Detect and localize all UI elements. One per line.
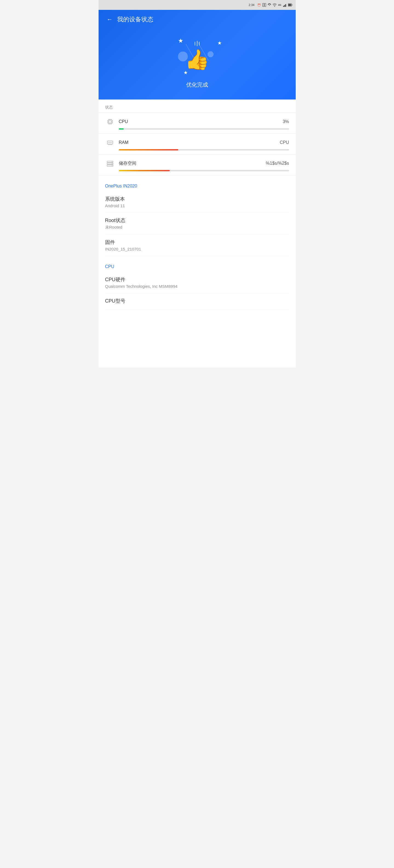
svg-rect-1 xyxy=(264,3,266,7)
status-section-label: 状态 xyxy=(99,99,296,113)
storage-progress-fill xyxy=(119,170,170,171)
cpu-progress-fill xyxy=(119,128,124,130)
storage-value: %1$s/%2$s xyxy=(266,161,289,166)
ram-value: CPU xyxy=(280,140,289,145)
storage-icon-box xyxy=(105,158,115,168)
signal-bars-icon xyxy=(283,3,287,7)
cpu-icon-box xyxy=(105,117,115,127)
thumbs-up-icon: 👍 xyxy=(185,48,209,71)
cpu-hardware-value: Qualcomm Technologies, Inc MSM8994 xyxy=(105,284,289,288)
firmware-value: IN2020_15_210701 xyxy=(105,247,289,251)
cpu-model-label: CPU型号 xyxy=(105,298,289,304)
svg-rect-9 xyxy=(288,4,291,6)
spark-line-2 xyxy=(197,41,197,46)
cpu-icon xyxy=(106,118,114,126)
ram-icon-box xyxy=(105,137,115,148)
root-status-group: Root状态 未Rooted xyxy=(105,213,289,235)
root-status-label: Root状态 xyxy=(105,217,289,224)
hero-content: 👍 ★ ★ ★ 优化完成 xyxy=(107,29,288,91)
storage-label: 储存空间 xyxy=(119,161,136,166)
status-items-list: CPU 3% xyxy=(99,113,296,176)
hero-section: ← 我的设备状态 👍 ★ ★ ★ 优化完成 xyxy=(99,10,296,99)
firmware-label: 固件 xyxy=(105,239,289,246)
nfc-icon xyxy=(267,3,272,7)
back-button[interactable]: ← xyxy=(107,16,113,23)
spark-line-3 xyxy=(199,42,200,45)
svg-rect-10 xyxy=(292,4,292,5)
hero-nav: ← 我的设备状态 xyxy=(107,16,288,24)
system-version-label: 系统版本 xyxy=(105,196,289,202)
svg-rect-11 xyxy=(108,120,112,124)
svg-point-41 xyxy=(112,165,112,166)
status-bar: 2:34 ⏰ 4G xyxy=(99,0,296,10)
status-time: 2:34 xyxy=(249,3,254,7)
svg-rect-12 xyxy=(109,121,111,123)
svg-point-39 xyxy=(112,162,112,162)
battery-icon xyxy=(288,3,292,7)
cpu-item-header: CPU 3% xyxy=(105,117,289,127)
svg-rect-7 xyxy=(286,3,287,7)
cpu-label: CPU xyxy=(119,119,128,124)
storage-item-header: 储存空间 %1$s/%2$s xyxy=(105,158,289,168)
device-brand[interactable]: OnePlus IN2020 xyxy=(105,178,289,191)
ram-icon xyxy=(106,139,114,146)
cpu-progress-wrap xyxy=(119,128,289,130)
star-icon-1: ★ xyxy=(178,37,184,44)
star-icon-2: ★ xyxy=(218,40,222,46)
svg-point-40 xyxy=(112,164,112,164)
svg-rect-6 xyxy=(285,4,286,7)
page-title: 我的设备状态 xyxy=(117,16,153,24)
root-status-value: 未Rooted xyxy=(105,225,289,230)
system-version-value: Android 11 xyxy=(105,204,289,208)
svg-point-2 xyxy=(269,5,269,6)
hero-subtitle: 优化完成 xyxy=(186,81,208,89)
cpu-info-section: CPU CPU硬件 Qualcomm Technologies, Inc MSM… xyxy=(99,259,296,310)
hero-illustration: 👍 ★ ★ ★ xyxy=(170,34,225,79)
device-info-section: OnePlus IN2020 系统版本 Android 11 Root状态 未R… xyxy=(99,178,296,256)
ram-status-item: RAM CPU xyxy=(99,134,296,155)
firmware-group: 固件 IN2020_15_210701 xyxy=(105,235,289,256)
system-version-group: 系统版本 Android 11 xyxy=(105,191,289,213)
ram-progress-wrap xyxy=(119,149,289,151)
signal-4g-icon: 4G xyxy=(277,3,282,7)
svg-rect-4 xyxy=(283,6,284,7)
storage-icon xyxy=(106,159,114,167)
ram-item-header: RAM CPU xyxy=(105,137,289,148)
cpu-hardware-group: CPU硬件 Qualcomm Technologies, Inc MSM8994 xyxy=(105,272,289,293)
spark-line-1 xyxy=(195,42,195,45)
alarm-icon: ⏰ xyxy=(257,3,261,7)
status-icons: ⏰ 4G xyxy=(257,3,292,7)
bottom-section xyxy=(99,313,296,368)
cpu-status-item: CPU 3% xyxy=(99,113,296,134)
svg-point-3 xyxy=(274,6,275,7)
cpu-value: 3% xyxy=(283,119,289,124)
wifi-icon xyxy=(272,3,277,7)
ram-item-left: RAM xyxy=(105,137,129,148)
storage-status-item: 储存空间 %1$s/%2$s xyxy=(99,155,296,176)
storage-item-left: 储存空间 xyxy=(105,158,136,168)
cpu-item-left: CPU xyxy=(105,117,128,127)
cpu-hardware-label: CPU硬件 xyxy=(105,276,289,283)
svg-rect-5 xyxy=(284,5,285,7)
ram-progress-fill xyxy=(119,149,178,151)
content-area: 状态 xyxy=(99,99,296,368)
cpu-section-label: CPU xyxy=(105,259,289,272)
cpu-model-group: CPU型号 xyxy=(105,293,289,310)
ram-label: RAM xyxy=(119,140,129,145)
svg-rect-0 xyxy=(263,3,264,7)
storage-progress-wrap xyxy=(119,170,289,171)
sim-icon xyxy=(262,3,266,7)
